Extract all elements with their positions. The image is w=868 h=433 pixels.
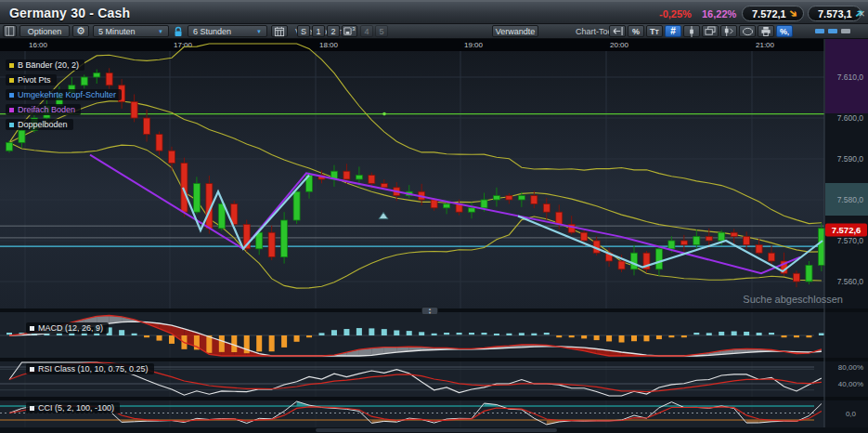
legend-item-1[interactable]: B Bänder (20, 2)	[6, 59, 84, 71]
indicator-legend: B Bänder (20, 2)Pivot PtsUmgekehrte Kopf…	[6, 59, 122, 134]
legend-item-5[interactable]: Doppelboden	[6, 119, 73, 130]
preset-button-1[interactable]: 1	[312, 25, 325, 37]
change-percent: -0,25%	[659, 8, 692, 20]
preset-button-s[interactable]: S	[297, 25, 310, 37]
grid-icon[interactable]: #	[665, 25, 681, 37]
panel-splitter-handle[interactable]: ▲▼	[421, 307, 438, 315]
options-label: Optionen	[28, 27, 62, 36]
svg-text:19:00: 19:00	[464, 41, 484, 49]
duration-value: 6 Stunden	[193, 27, 231, 36]
sell-price-value: 7.572,1	[752, 8, 786, 20]
chevron-down-icon: ▼	[256, 29, 262, 34]
chevron-down-icon: ▼	[158, 29, 163, 34]
interval-value: 5 Minuten	[98, 27, 136, 36]
save-preset-button[interactable]: 3	[342, 25, 357, 37]
percent-scale-icon[interactable]: %	[628, 25, 644, 37]
legend-label: Dreifach Boden	[18, 105, 75, 114]
svg-text:7.572,6: 7.572,6	[832, 225, 862, 235]
options-button[interactable]: Optionen	[19, 25, 70, 37]
sell-price-button[interactable]: 7.572,1 ➔	[742, 6, 804, 21]
rsi-panel-label[interactable]: RSI Class (10, 10, 0.75, 0.25)	[26, 363, 154, 374]
legend-item-4[interactable]: Dreifach Boden	[6, 104, 81, 115]
bullet-icon	[9, 93, 14, 98]
candle-settings-icon[interactable]	[720, 25, 737, 37]
cascade-windows-icon[interactable]	[702, 25, 719, 37]
bullet-icon	[30, 406, 34, 411]
duration-dropdown[interactable]: 6 Stunden▼	[188, 25, 267, 37]
price-down-arrow-icon: ➔	[786, 7, 800, 21]
related-label: Verwandte	[496, 27, 536, 36]
legend-label: B Bänder (20, 2)	[18, 60, 79, 70]
panel-toggle-icon[interactable]	[3, 25, 17, 37]
svg-text:80,00%: 80,00%	[838, 363, 863, 372]
legend-label: Umgekehrte Kopf-Schulter	[18, 90, 116, 99]
svg-text:7.610,0: 7.610,0	[837, 72, 864, 82]
legend-label: Doppelboden	[18, 120, 68, 129]
buy-price-value: 7.573,1	[818, 8, 852, 20]
range-percent: 16,22%	[702, 8, 736, 20]
svg-text:7.560,0: 7.560,0	[837, 277, 864, 286]
svg-text:7.580,0: 7.580,0	[837, 195, 864, 204]
title-bar: Germany 30 - Cash -0,25% 16,22% 7.572,1 …	[0, 0, 868, 24]
svg-text:0,0: 0,0	[846, 410, 857, 418]
legend-item-3[interactable]: Umgekehrte Kopf-Schulter	[6, 89, 122, 100]
bullet-icon	[9, 123, 14, 127]
ellipse-tool-icon[interactable]	[739, 25, 756, 37]
bullet-icon	[9, 108, 14, 112]
close-icon[interactable]: ×	[856, 7, 867, 20]
rsi-label-text: RSI Class (10, 10, 0.75, 0.25)	[38, 364, 149, 374]
legend-item-2[interactable]: Pivot Pts	[6, 74, 57, 85]
macd-panel-label[interactable]: MACD (12, 26, 9)	[26, 322, 109, 334]
svg-text:21:00: 21:00	[756, 41, 775, 49]
gear-icon[interactable]: ⚙	[72, 25, 89, 37]
bullet-icon	[30, 326, 34, 331]
bullet-icon	[30, 367, 34, 372]
insert-line-icon[interactable]	[609, 25, 626, 37]
bullet-icon	[9, 63, 14, 68]
instrument-title: Germany 30 - Cash	[9, 6, 130, 20]
svg-text:7.600,0: 7.600,0	[837, 113, 864, 123]
window-tab-icon[interactable]	[815, 29, 824, 33]
cci-panel-label[interactable]: CCI (5, 2, 100, -100)	[26, 402, 120, 413]
svg-text:7.570,0: 7.570,0	[837, 236, 864, 245]
window-tab-icon[interactable]	[841, 29, 850, 33]
interval-dropdown[interactable]: 5 Minuten▼	[93, 25, 169, 37]
draw-percent-icon[interactable]: %,	[776, 25, 793, 37]
preset-button-4[interactable]: 4	[360, 25, 373, 37]
buy-price-button[interactable]: 7.573,1 ➔	[808, 6, 862, 21]
cci-label-text: CCI (5, 2, 100, -100)	[38, 403, 114, 413]
text-tool-icon[interactable]: TT	[646, 25, 663, 37]
related-button[interactable]: Verwandte	[492, 25, 538, 37]
svg-text:40,00%: 40,00%	[838, 380, 863, 388]
preset-button-5[interactable]: 5	[375, 25, 388, 37]
macd-label-text: MACD (12, 26, 9)	[38, 323, 103, 333]
candlestick-type-icon[interactable]	[683, 25, 700, 37]
legend-label: Pivot Pts	[18, 75, 51, 85]
lock-icon[interactable]	[173, 26, 184, 39]
trading-window: 7.610,07.600,07.590,07.580,07.570,07.560…	[0, 0, 868, 433]
status-message: Suche abgeschlossen	[0, 294, 843, 305]
window-tab-icon[interactable]	[828, 29, 837, 33]
svg-text:18:00: 18:00	[319, 41, 339, 49]
svg-text:16:00: 16:00	[29, 41, 48, 49]
print-icon[interactable]	[758, 25, 774, 37]
bullet-icon	[9, 78, 14, 83]
svg-text:20:00: 20:00	[610, 41, 629, 49]
calendar-icon[interactable]	[271, 25, 288, 37]
chart-toolbar: Optionen ⚙ 5 Minuten▼ 6 Stunden▼ Voreins…	[0, 24, 868, 39]
preset-button-2[interactable]: 2	[327, 25, 340, 37]
svg-text:7.590,0: 7.590,0	[837, 154, 864, 164]
